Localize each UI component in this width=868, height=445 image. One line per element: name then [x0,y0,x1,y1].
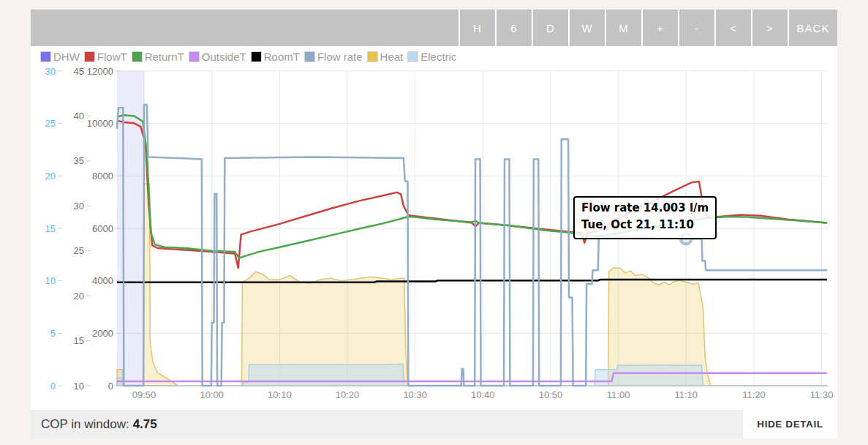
y-axis-label-flow: 20 [45,171,56,182]
toolbar-button-m[interactable]: M [605,10,641,46]
y-axis-label-temp: 15 [74,335,84,346]
toolbar-button-[interactable]: > [751,10,788,46]
dashboard-card: H6DWM+-<>BACK 05101520253010152025303540… [31,10,837,438]
y-axis-label-flow: 15 [45,223,56,234]
legend-swatch-outsidet [189,51,200,62]
x-axis-label: 10:40 [471,389,495,400]
toolbar-button-back[interactable]: BACK [788,10,837,46]
legend-label: RoomT [264,51,300,63]
legend-swatch-returnt [132,51,143,62]
y-axis-label-temp: 25 [74,245,84,256]
toolbar-button-[interactable]: < [714,10,751,46]
x-axis-label: 11:10 [674,389,698,400]
y-axis-label-temp: 20 [74,291,84,302]
cop-value: 4.75 [133,417,157,431]
legend-label: Flow rate [317,51,363,63]
legend-item-returnt[interactable]: ReturnT [132,51,184,63]
y-axis-label-flow: 25 [45,118,56,129]
x-axis: 09:5010:0010:1010:2010:3010:4010:5011:00… [132,389,834,400]
legend-swatch-roomt [251,51,262,62]
legend-swatch-heat [367,51,378,62]
x-axis-label: 11:30 [810,389,834,400]
legend-label: DHW [53,51,80,63]
y-axis-temp: 1015202530354045 [74,66,91,392]
legend-item-roomt[interactable]: RoomT [251,51,300,63]
toolbar-button-[interactable]: + [641,10,678,46]
toolbar-button-d[interactable]: D [532,10,568,46]
gridlines [117,71,827,386]
y-axis-power: 020004000600080001000012000 [87,66,120,392]
toolbar-button-[interactable]: - [678,10,714,46]
series-flow-rate [117,105,827,386]
y-axis-label-flow: 30 [45,66,56,77]
y-axis-label-flow: 0 [50,381,56,392]
cop-readout: COP in window:4.75 [41,417,157,432]
x-axis-label: 11:20 [742,389,766,400]
legend-swatch-flowt [84,51,95,62]
y-axis-label-temp: 35 [74,155,84,166]
legend-swatch-dhw [40,51,51,62]
legend-item-outsidet[interactable]: OutsideT [189,51,246,63]
x-axis-label: 10:30 [403,389,427,400]
toolbar-button-6[interactable]: 6 [495,10,532,46]
y-axis-label-flow: 10 [45,275,56,286]
page-background: { "toolbar": { "buttons": ["H", "6", "D"… [0,0,868,445]
hide-detail-button[interactable]: HIDE DETAIL [743,410,837,438]
legend-label: Electric [420,51,456,63]
legend-swatch-flow-rate [304,51,315,62]
toolbar-button-h[interactable]: H [458,10,495,46]
y-axis-flow: 051015202530 [45,66,62,392]
legend-label: ReturnT [145,51,184,63]
y-axis-label-temp: 10 [74,381,84,392]
toolbar: H6DWM+-<>BACK [31,10,837,46]
y-axis-label-power: 10000 [87,118,113,129]
chart-area: 0510152025301015202530354045020004000600… [31,46,837,410]
x-axis-label: 10:50 [539,389,563,400]
x-axis-label: 10:10 [268,389,292,400]
y-axis-label-temp: 30 [74,201,84,212]
toolbar-button-w[interactable]: W [568,10,605,46]
y-axis-label-power: 12000 [87,66,113,77]
x-axis-label: 10:00 [200,389,224,400]
legend-item-electric[interactable]: Electric [407,51,456,63]
x-axis-label: 11:00 [607,389,630,400]
dhw-active-band [117,71,144,386]
x-axis-label: 10:20 [336,389,360,400]
legend-item-dhw[interactable]: DHW [40,51,80,63]
cop-label: COP in window: [41,417,129,431]
y-axis-label-power: 4000 [92,275,113,286]
y-axis-label-temp: 40 [74,111,84,121]
legend-label: FlowT [97,51,127,63]
y-axis-label-power: 6000 [92,223,113,234]
legend-item-flowt[interactable]: FlowT [84,51,127,63]
legend-item-flow-rate[interactable]: Flow rate [304,51,363,63]
y-axis-label-power: 8000 [92,171,113,182]
legend-swatch-electric [407,51,418,62]
y-axis-label-flow: 5 [50,328,56,339]
legend-label: OutsideT [202,51,246,63]
footer-bar: COP in window:4.75 HIDE DETAIL [31,410,837,438]
legend-item-heat[interactable]: Heat [367,51,404,63]
y-axis-label-temp: 45 [74,66,84,77]
y-axis-label-power: 2000 [92,328,113,339]
legend-label: Heat [380,51,404,63]
series-outsidet [117,373,827,381]
series-electric [117,364,827,386]
chart-plot[interactable]: 0510152025301015202530354045020004000600… [31,46,837,410]
chart-legend: DHWFlowTReturnTOutsideTRoomTFlow rateHea… [40,51,456,63]
y-axis-label-power: 0 [108,381,113,392]
x-axis-label: 09:50 [132,389,156,400]
